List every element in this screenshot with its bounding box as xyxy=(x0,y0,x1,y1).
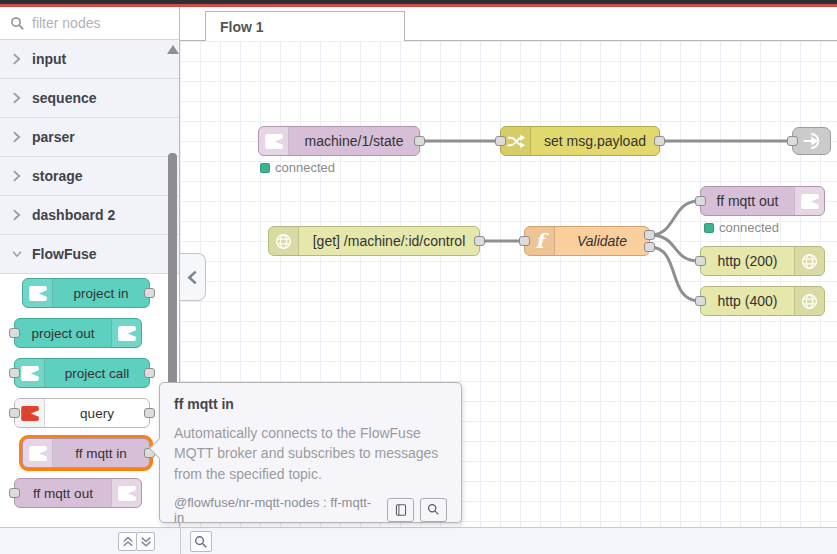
output-port[interactable] xyxy=(474,236,485,246)
node-label: [get] /machine/:id/control xyxy=(299,227,479,255)
filter-nodes-input[interactable] xyxy=(32,15,152,31)
find-in-palette-button[interactable] xyxy=(420,498,447,522)
node-ff-mqtt-out[interactable]: ff mqtt out xyxy=(700,186,825,216)
search-icon xyxy=(194,535,208,549)
tooltip-description: Automatically connects to the FlowFuse M… xyxy=(174,423,447,484)
category-parser[interactable]: parser xyxy=(0,118,179,157)
node-link-out[interactable] xyxy=(792,127,831,155)
output-port[interactable] xyxy=(144,368,155,378)
globe-icon xyxy=(794,247,824,275)
node-http-in-get-machine-control[interactable]: [get] /machine/:id/control xyxy=(268,226,480,256)
palette-scroll-up-arrow[interactable] xyxy=(167,45,179,54)
category-label: input xyxy=(32,51,66,67)
input-port[interactable] xyxy=(695,296,706,306)
output-port[interactable] xyxy=(144,408,155,418)
category-label: FlowFuse xyxy=(32,246,97,262)
input-port[interactable] xyxy=(9,488,20,498)
output-port[interactable] xyxy=(144,288,155,298)
node-label: machine/1/state xyxy=(289,127,419,155)
open-docs-button[interactable] xyxy=(387,498,414,522)
input-port[interactable] xyxy=(519,236,530,246)
tooltip-title: ff mqtt in xyxy=(174,396,447,412)
tab-flow-1[interactable]: Flow 1 xyxy=(205,11,405,41)
node-status-connected: connected xyxy=(260,160,335,175)
category-label: parser xyxy=(32,129,75,145)
node-status-connected: connected xyxy=(704,220,779,235)
status-dot xyxy=(260,163,270,173)
output-port-1[interactable] xyxy=(644,230,655,240)
search-flows-button[interactable] xyxy=(190,531,212,552)
node-label: http (400) xyxy=(701,287,794,315)
flowfuse-icon xyxy=(111,479,141,507)
double-chevron-down-icon xyxy=(140,535,152,548)
palette-node-ff-mqtt-in[interactable]: ff mqtt in xyxy=(22,438,150,468)
palette-node-query[interactable]: query xyxy=(14,398,150,428)
status-dot xyxy=(704,223,714,233)
output-port[interactable] xyxy=(414,136,425,146)
node-http-response-200[interactable]: http (200) xyxy=(700,246,825,276)
double-chevron-up-icon xyxy=(122,535,134,548)
input-port[interactable] xyxy=(695,196,706,206)
category-dashboard-2[interactable]: dashboard 2 xyxy=(0,196,179,235)
palette-toggle-button[interactable] xyxy=(180,253,206,301)
palette-node-label: ff mqtt in xyxy=(53,439,149,467)
output-port[interactable] xyxy=(654,136,665,146)
footer-divider xyxy=(180,528,181,554)
chevron-left-icon xyxy=(187,270,198,285)
category-sequence[interactable]: sequence xyxy=(0,79,179,118)
flowfuse-icon xyxy=(259,127,289,155)
collapse-all-button[interactable] xyxy=(118,532,137,551)
input-port[interactable] xyxy=(787,136,798,146)
category-input[interactable]: input xyxy=(0,40,179,79)
flowfuse-icon xyxy=(111,319,141,347)
flow-tab-bar: Flow 1 xyxy=(180,7,837,41)
node-label: set msg.payload xyxy=(531,127,659,155)
node-mqtt-machine-state[interactable]: machine/1/state xyxy=(258,126,420,156)
palette-node-label: ff mqtt out xyxy=(15,479,111,507)
palette-node-label: project out xyxy=(15,319,111,347)
output-port-2[interactable] xyxy=(644,242,655,252)
category-label: dashboard 2 xyxy=(32,207,115,223)
category-label: storage xyxy=(32,168,83,184)
globe-icon xyxy=(794,287,824,315)
expand-all-button[interactable] xyxy=(136,532,155,551)
node-function-validate[interactable]: f Validate xyxy=(524,226,650,256)
input-port[interactable] xyxy=(495,136,506,146)
chevron-right-icon xyxy=(12,130,22,144)
category-flowfuse[interactable]: FlowFuse xyxy=(0,235,179,274)
palette-node-label: project in xyxy=(53,279,149,307)
chevron-right-icon xyxy=(12,52,22,66)
flowfuse-icon xyxy=(23,279,53,307)
chevron-right-icon xyxy=(12,208,22,222)
chevron-right-icon xyxy=(12,169,22,183)
palette-node-ff-mqtt-out[interactable]: ff mqtt out xyxy=(14,478,142,508)
input-port[interactable] xyxy=(9,328,20,338)
palette-node-project-out[interactable]: project out xyxy=(14,318,142,348)
node-label: http (200) xyxy=(701,247,794,275)
book-icon xyxy=(394,503,408,517)
category-storage[interactable]: storage xyxy=(0,157,179,196)
input-port[interactable] xyxy=(9,408,20,418)
search-icon xyxy=(10,16,25,31)
search-icon xyxy=(427,503,440,516)
palette-node-label: query xyxy=(45,399,149,427)
node-info-tooltip: ff mqtt in Automatically connects to the… xyxy=(159,382,462,523)
category-label: sequence xyxy=(32,90,97,106)
input-port[interactable] xyxy=(695,256,706,266)
chevron-down-icon xyxy=(12,249,22,259)
palette-node-project-call[interactable]: project call xyxy=(14,358,150,388)
node-change-set-payload[interactable]: set msg.payload xyxy=(500,126,660,156)
editor-footer xyxy=(0,527,837,554)
palette-node-project-in[interactable]: project in xyxy=(22,278,150,308)
flowfuse-icon xyxy=(23,439,53,467)
input-port[interactable] xyxy=(9,368,20,378)
status-label: connected xyxy=(275,160,335,175)
node-http-response-400[interactable]: http (400) xyxy=(700,286,825,316)
globe-icon xyxy=(269,227,299,255)
tab-label: Flow 1 xyxy=(220,19,264,35)
palette-categories: input sequence parser storage dashboard … xyxy=(0,40,179,274)
palette-search[interactable] xyxy=(0,7,179,40)
tooltip-module-id: @flowfuse/nr-mqtt-nodes : ff-mqtt-in xyxy=(174,495,381,525)
node-label: ff mqtt out xyxy=(701,187,794,215)
status-label: connected xyxy=(719,220,779,235)
